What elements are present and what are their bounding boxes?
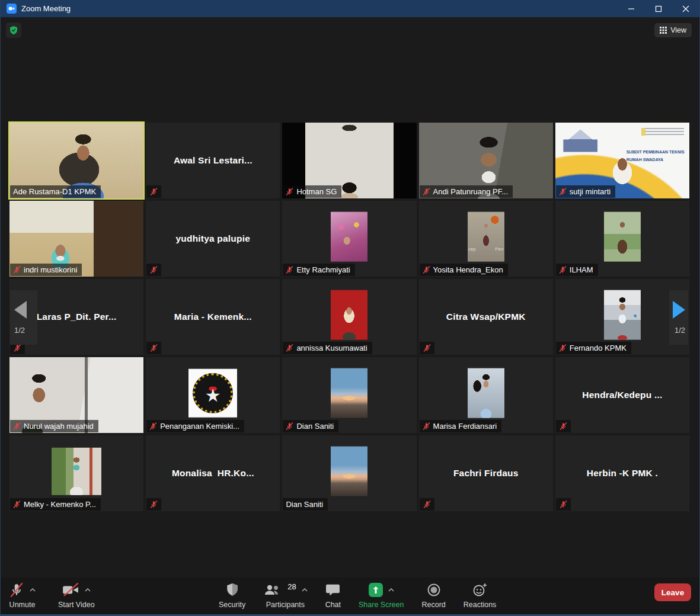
chevron-up-icon[interactable] (85, 588, 91, 592)
muted-mic-icon (286, 422, 293, 430)
participant-tile[interactable]: ILHAM (555, 201, 689, 277)
participant-name-label: Fernando KPMK (556, 342, 631, 354)
participant-tile[interactable]: Citra Wsap/KPMK (419, 279, 553, 355)
participant-name-centered: Awal Sri Lestari... (146, 123, 280, 198)
participant-tile[interactable]: Melky - Kemenko P... (9, 435, 143, 511)
meeting-toolbar: Unmute Start Video (1, 578, 699, 614)
participant-tile[interactable]: Herbin -K PMK . (555, 435, 689, 511)
muted-mic-icon (559, 188, 567, 195)
close-button[interactable] (672, 0, 699, 17)
participant-tile[interactable]: Penanganan Kemiski... (146, 357, 280, 433)
participant-tile[interactable]: Dian Saniti (282, 435, 416, 511)
participants-count: 28 (287, 582, 296, 591)
record-button[interactable]: Record (421, 582, 445, 609)
participant-name-label: Dian Saniti (283, 498, 328, 511)
participant-name-label: Marisa Ferdiansari (420, 420, 502, 432)
zoom-meeting-window: Zoom Meeting View (0, 0, 700, 616)
participant-tile[interactable]: Hotman SG (282, 123, 416, 198)
record-icon (427, 583, 441, 597)
reactions-button[interactable]: Reactions (464, 582, 497, 609)
encryption-shield-button[interactable] (6, 23, 21, 38)
chat-button[interactable]: Chat (325, 582, 341, 609)
participant-video (188, 369, 237, 418)
participant-name-label: Nurul wajah mujahid (10, 420, 98, 432)
security-label: Security (219, 601, 245, 609)
share-screen-icon (369, 583, 383, 597)
participant-name-label: Andi Patunruang PF... (420, 185, 513, 198)
participant-tile[interactable]: Nurul wajah mujahid (9, 357, 143, 433)
participant-name-label: ILHAM (556, 264, 598, 276)
participant-tile[interactable]: Etty Rachmiyati (282, 201, 416, 277)
unmute-button[interactable]: Unmute (9, 582, 36, 609)
participant-name: Hotman SG (296, 187, 337, 196)
participant-tile[interactable]: cepPen Yosita Hendra_Ekon (419, 201, 553, 277)
participant-name-label (146, 342, 161, 354)
participant-name: indri mustikorini (24, 265, 77, 274)
participant-name-label (556, 498, 571, 511)
start-video-label: Start Video (58, 601, 95, 609)
scene-overlay-text: SUBDIT PEMBINAAN TEKNIS (627, 150, 685, 154)
participant-name: ILHAM (570, 265, 593, 274)
participant-name: Marisa Ferdiansari (433, 422, 497, 431)
participant-name: sutji mintarti (570, 187, 610, 196)
view-button-label: View (670, 26, 686, 34)
participant-tile[interactable]: Andi Patunruang PF... (419, 123, 553, 198)
participant-name-centered: Herbin -K PMK . (555, 435, 689, 511)
muted-mic-icon (286, 344, 293, 352)
chat-bubble-icon (325, 583, 340, 597)
share-screen-button[interactable]: Share Screen (359, 582, 404, 609)
participant-name-label: sutji mintarti (556, 185, 615, 198)
security-button[interactable]: Security (219, 582, 245, 609)
participant-video (604, 290, 641, 340)
start-video-button[interactable]: Start Video (58, 582, 95, 609)
participant-name: Nurul wajah mujahid (24, 422, 94, 431)
participant-name-label (146, 498, 161, 511)
muted-mic-icon (150, 266, 158, 274)
leave-button[interactable]: Leave (654, 583, 691, 601)
participant-video (468, 368, 504, 418)
participant-tile[interactable]: Awal Sri Lestari... (146, 123, 280, 198)
participant-name-label: annissa Kusumawati (283, 342, 372, 354)
participant-name: Fernando KPMK (570, 344, 627, 352)
participant-tile[interactable]: Ade Rustama-D1 KPMK (9, 123, 143, 198)
participant-tile[interactable]: Marisa Ferdiansari (419, 357, 553, 433)
muted-mic-icon (13, 500, 21, 508)
participant-tile[interactable]: Monalisa HR.Ko... (146, 435, 280, 511)
participant-name-label: Yosita Hendra_Ekon (420, 264, 508, 276)
participant-name-label: Hotman SG (283, 185, 341, 198)
chevron-up-icon[interactable] (30, 588, 36, 592)
participant-tile[interactable]: yudhitya palupie (146, 201, 280, 277)
muted-mic-icon (14, 344, 21, 352)
scene-overlay-text: Pen (495, 246, 503, 252)
muted-mic-icon (559, 266, 567, 274)
chevron-up-icon[interactable] (388, 588, 394, 592)
participant-tile[interactable]: Hendra/Kedepu ... (555, 357, 689, 433)
participant-name: Ade Rustama-D1 KPMK (13, 187, 96, 196)
muted-mic-icon (286, 188, 293, 195)
record-label: Record (421, 601, 445, 609)
minimize-button[interactable] (618, 0, 645, 17)
gallery-prev-page[interactable]: 1/2 (10, 290, 37, 345)
participant-tile[interactable]: Dian Saniti (282, 357, 416, 433)
maximize-button[interactable] (645, 0, 672, 17)
muted-mic-icon (423, 344, 431, 352)
reactions-label: Reactions (464, 601, 497, 609)
participant-name-label (556, 420, 571, 432)
participants-button[interactable]: 28 Participants (263, 582, 307, 609)
participant-tile[interactable]: SUBDIT PEMBINAAN TEKNISRUMAH SWADAYA sut… (555, 123, 689, 198)
view-button[interactable]: View (654, 23, 692, 37)
gallery-grid: Ade Rustama-D1 KPMK Awal Sri Lestari... (9, 123, 689, 511)
security-shield-icon (226, 583, 239, 597)
participant-name-label: Ade Rustama-D1 KPMK (10, 185, 101, 198)
muted-mic-icon (423, 188, 430, 195)
participant-tile[interactable]: Maria - Kemenk... (146, 279, 280, 355)
scene-overlay-text: RUMAH SWADAYA (627, 158, 664, 162)
grid-view-icon (660, 27, 667, 34)
gallery-next-page[interactable]: 1/2 (669, 290, 688, 345)
participant-name-centered: Maria - Kemenk... (146, 279, 280, 355)
participant-video (331, 212, 367, 262)
chevron-up-icon[interactable] (302, 588, 308, 592)
participant-tile[interactable]: indri mustikorini (9, 201, 143, 277)
participant-tile[interactable]: Fachri Firdaus (419, 435, 553, 511)
participant-tile[interactable]: annissa Kusumawati (282, 279, 416, 355)
